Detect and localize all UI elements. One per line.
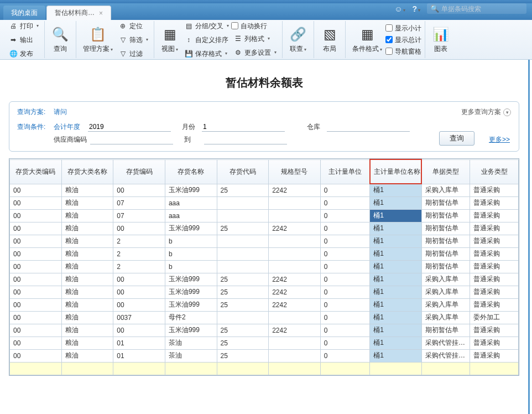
export-button[interactable]: ➡输出 xyxy=(7,33,41,46)
cell[interactable]: 25 xyxy=(217,298,269,311)
cell[interactable]: 粮油 xyxy=(61,196,113,209)
cell[interactable]: b xyxy=(165,235,217,247)
more-query-plan[interactable]: 更多查询方案▾ xyxy=(461,107,511,117)
cell[interactable]: 粮油 xyxy=(61,260,113,273)
cell[interactable]: 00 xyxy=(10,235,62,247)
cell[interactable]: 0 xyxy=(320,196,370,209)
cell[interactable] xyxy=(217,311,269,324)
tab-report[interactable]: 暂估材料商… × xyxy=(46,6,111,20)
show-total-check[interactable]: 显示总计 xyxy=(385,34,421,45)
barcode-search[interactable]: 🔍 xyxy=(427,3,526,14)
cell[interactable] xyxy=(217,209,269,222)
cell[interactable]: 采购入库单 xyxy=(421,298,470,311)
cell[interactable]: 粮油 xyxy=(61,222,113,235)
table-row[interactable]: 00粮油01茶油250桶1采购代管挂…普通采购 xyxy=(10,349,519,362)
table-row[interactable]: 00粮油01茶油250桶1采购代管挂…普通采购 xyxy=(10,337,519,349)
cell[interactable]: 采购入库单 xyxy=(421,273,470,286)
cell[interactable]: 0 xyxy=(320,260,370,273)
cell[interactable]: 采购代管挂… xyxy=(421,337,470,349)
cell[interactable]: 0 xyxy=(320,298,370,311)
cell[interactable]: 普通采购 xyxy=(470,235,519,247)
cell[interactable]: 茶油 xyxy=(165,349,217,362)
cell[interactable]: 2242 xyxy=(269,286,321,298)
table-row[interactable]: 00粮油07aaa0桶1期初暂估单普通采购 xyxy=(10,196,519,209)
help-icon[interactable]: ?▾ xyxy=(412,4,420,13)
cell[interactable]: 2 xyxy=(113,235,165,247)
cell[interactable]: 桶1 xyxy=(370,247,422,260)
cell[interactable]: 0 xyxy=(320,235,370,247)
cell[interactable]: 期初暂估单 xyxy=(421,196,470,209)
cell[interactable]: 粮油 xyxy=(61,324,113,337)
cell[interactable]: 期初暂估单 xyxy=(421,247,470,260)
cell[interactable] xyxy=(269,337,321,349)
cell[interactable]: 00 xyxy=(10,222,62,235)
cell[interactable]: 00 xyxy=(10,184,62,196)
cell[interactable]: 2242 xyxy=(269,222,321,235)
cell[interactable]: 粮油 xyxy=(61,349,113,362)
cell[interactable]: 00 xyxy=(113,324,165,337)
cell[interactable] xyxy=(217,235,269,247)
cell[interactable]: 母件2 xyxy=(165,311,217,324)
cell[interactable]: 07 xyxy=(113,209,165,222)
cell[interactable]: 07 xyxy=(113,196,165,209)
cell[interactable]: 玉米油999 xyxy=(165,286,217,298)
save-format-button[interactable]: 💾保存格式▾ xyxy=(182,47,231,60)
cell[interactable]: 期初暂估单 xyxy=(421,260,470,273)
cell[interactable]: 采购入库单 xyxy=(421,286,470,298)
cell[interactable]: 0 xyxy=(320,222,370,235)
cell[interactable]: 普通采购 xyxy=(470,222,519,235)
cell[interactable]: 茶油 xyxy=(165,337,217,349)
cell[interactable]: 期初暂估单 xyxy=(421,324,470,337)
cell[interactable]: 桶1 xyxy=(370,337,422,349)
chart-button[interactable]: 📊图表 xyxy=(429,24,453,55)
cell[interactable] xyxy=(10,362,62,375)
table-row[interactable]: 00粮油2b0桶1期初暂估单普通采购 xyxy=(10,247,519,260)
cell[interactable]: 桶1 xyxy=(370,222,422,235)
cell[interactable]: 25 xyxy=(217,273,269,286)
cond-format-button[interactable]: ▦条件格式▾ xyxy=(349,24,385,55)
table-row[interactable]: 00粮油00玉米油9992522420桶1期初暂估单普通采购 xyxy=(10,222,519,235)
cell[interactable] xyxy=(217,362,269,375)
cell[interactable]: 普通采购 xyxy=(470,298,519,311)
cell[interactable] xyxy=(217,247,269,260)
cell[interactable] xyxy=(269,311,321,324)
col-format-button[interactable]: ☰列格式▾ xyxy=(231,32,279,45)
cell[interactable]: 25 xyxy=(217,349,269,362)
tab-desktop[interactable]: 我的桌面 xyxy=(3,6,45,20)
cell[interactable]: 00 xyxy=(113,273,165,286)
table-row[interactable]: 00粮油2b0桶1期初暂估单普通采购 xyxy=(10,260,519,273)
cell[interactable]: 01 xyxy=(113,349,165,362)
cell[interactable]: aaa xyxy=(165,209,217,222)
cell[interactable]: 普通采购 xyxy=(470,349,519,362)
cell[interactable]: 桶1 xyxy=(370,260,422,273)
cell[interactable]: 00 xyxy=(113,222,165,235)
cell[interactable]: 采购入库单 xyxy=(421,311,470,324)
col-header[interactable]: 主计量单位 xyxy=(320,159,370,184)
relate-button[interactable]: 🔗联查▾ xyxy=(286,24,310,55)
cell[interactable]: 25 xyxy=(217,184,269,196)
cell[interactable]: 01 xyxy=(113,337,165,349)
cell[interactable]: 00 xyxy=(10,247,62,260)
table-row[interactable]: 00粮油00玉米油9992522420桶1采购入库单普通采购 xyxy=(10,184,519,196)
col-header[interactable]: 存货大类编码 xyxy=(10,159,62,184)
close-icon[interactable]: × xyxy=(99,9,103,17)
to-input[interactable] xyxy=(204,135,287,144)
cell[interactable]: 粮油 xyxy=(61,273,113,286)
cell[interactable] xyxy=(217,196,269,209)
custom-sort-button[interactable]: ↕自定义排序 xyxy=(182,33,231,46)
more-link[interactable]: 更多>> xyxy=(489,135,510,144)
cell[interactable]: 0 xyxy=(320,337,370,349)
cell[interactable]: 0 xyxy=(320,349,370,362)
cell[interactable]: 粮油 xyxy=(61,311,113,324)
table-row[interactable]: 00粮油00玉米油9992522420桶1期初暂估单普通采购 xyxy=(10,324,519,337)
cell[interactable]: 00 xyxy=(113,286,165,298)
col-header[interactable]: 主计量单位名称 xyxy=(370,159,422,184)
cell[interactable]: 0037 xyxy=(113,311,165,324)
cell[interactable]: 期初暂估单 xyxy=(421,209,470,222)
cell[interactable]: b xyxy=(165,260,217,273)
cell[interactable] xyxy=(269,362,321,375)
col-header[interactable]: 存货编码 xyxy=(113,159,165,184)
cell[interactable]: 采购入库单 xyxy=(421,184,470,196)
cell[interactable]: 2 xyxy=(113,247,165,260)
cell[interactable]: 期初暂估单 xyxy=(421,222,470,235)
